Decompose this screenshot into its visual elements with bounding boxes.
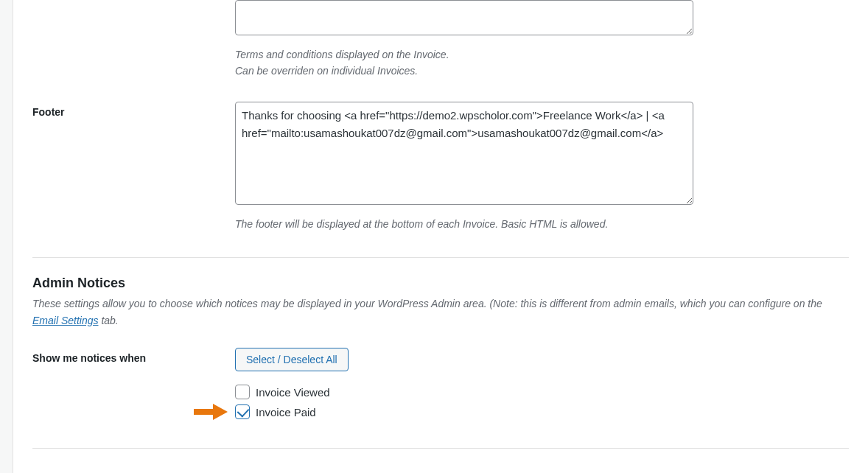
admin-notices-description: These settings allow you to choose which… (32, 295, 849, 329)
footer-textarea[interactable] (235, 102, 693, 205)
notice-checkbox-label: Invoice Viewed (256, 386, 330, 399)
notice-checkbox-label: Invoice Paid (256, 406, 316, 418)
email-settings-link[interactable]: Email Settings (32, 315, 98, 326)
select-deselect-all-button[interactable]: Select / Deselect All (235, 348, 349, 371)
footer-description: The footer will be displayed at the bott… (235, 216, 693, 232)
settings-panel: Terms and conditions displayed on the In… (13, 0, 868, 473)
checkbox-list: Invoice ViewedInvoice Paid (235, 385, 693, 419)
notices-row: Show me notices when Select / Deselect A… (32, 337, 849, 435)
arrow-right-icon (194, 404, 228, 420)
footer-row: Footer The footer will be displayed at t… (32, 91, 849, 244)
admin-notices-desc-part1: These settings allow you to choose which… (32, 298, 822, 309)
terms-textarea[interactable] (235, 0, 693, 35)
notice-checkbox[interactable] (235, 404, 250, 419)
checkbox-row: Invoice Viewed (235, 385, 693, 399)
terms-description: Terms and conditions displayed on the In… (235, 46, 693, 80)
terms-desc-line2: Can be overriden on individual Invoices. (235, 65, 418, 77)
admin-sidebar-edge (0, 0, 13, 473)
terms-desc-line1: Terms and conditions displayed on the In… (235, 49, 449, 60)
terms-label (32, 0, 235, 4)
section-divider (32, 257, 849, 258)
notice-checkbox[interactable] (235, 385, 250, 399)
section-divider-bottom (32, 448, 849, 449)
notices-label: Show me notices when (32, 348, 235, 364)
admin-notices-heading: Admin Notices (32, 276, 849, 291)
footer-label: Footer (32, 102, 235, 118)
checkbox-row: Invoice Paid (235, 404, 693, 419)
admin-notices-desc-part2: tab. (101, 315, 118, 326)
terms-row: Terms and conditions displayed on the In… (32, 0, 849, 91)
